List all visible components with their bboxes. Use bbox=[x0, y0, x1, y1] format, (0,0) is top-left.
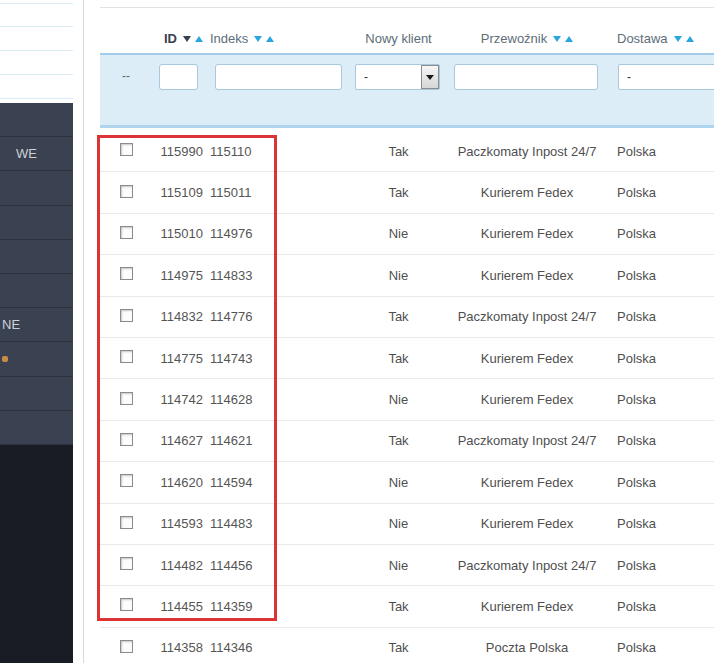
row-checkbox[interactable] bbox=[120, 474, 133, 487]
cell-id: 114975 bbox=[152, 268, 205, 283]
row-checkbox[interactable] bbox=[120, 350, 133, 363]
cell-dostawa: Polska bbox=[602, 268, 714, 283]
sort-desc-icon[interactable] bbox=[674, 36, 682, 42]
table-body: 115990 115110 Tak Paczkomaty Inpost 24/7… bbox=[100, 131, 714, 663]
table-row: 114482 114456 Nie Paczkomaty Inpost 24/7… bbox=[100, 545, 714, 586]
sidebar-menu-item[interactable] bbox=[0, 377, 73, 411]
table-row: 114775 114743 Tak Kurierem Fedex Polska bbox=[100, 338, 714, 379]
cell-nowy-klient: Tak bbox=[345, 351, 452, 366]
table-row: 114975 114833 Nie Kurierem Fedex Polska bbox=[100, 255, 714, 296]
cell-dostawa: Polska bbox=[602, 226, 714, 241]
cell-nowy-klient: Nie bbox=[345, 558, 452, 573]
table-row: 115109 115011 Tak Kurierem Fedex Polska bbox=[100, 172, 714, 213]
select-dropdown-button[interactable] bbox=[421, 65, 439, 89]
sidebar-menu-item[interactable] bbox=[0, 274, 73, 308]
checkbox-cell bbox=[100, 640, 152, 656]
checkbox-cell bbox=[100, 392, 152, 408]
sort-asc-icon[interactable] bbox=[686, 36, 694, 42]
sidebar-menu-item[interactable] bbox=[0, 342, 73, 376]
filter-id-cell bbox=[152, 55, 205, 125]
row-checkbox[interactable] bbox=[120, 185, 133, 198]
sidebar-menu-item[interactable]: NE bbox=[0, 308, 73, 342]
table-row: 114593 114483 Nie Kurierem Fedex Polska bbox=[100, 504, 714, 545]
cell-indeks: 114594 bbox=[205, 475, 345, 490]
cell-dostawa: Polska bbox=[602, 392, 714, 407]
sort-desc-icon[interactable] bbox=[254, 36, 262, 42]
submenu-item[interactable] bbox=[0, 51, 73, 75]
cell-indeks: 114456 bbox=[205, 558, 345, 573]
cell-nowy-klient: Tak bbox=[345, 185, 452, 200]
table-row: 114627 114621 Tak Paczkomaty Inpost 24/7… bbox=[100, 421, 714, 462]
header-indeks[interactable]: Indeks bbox=[205, 31, 345, 46]
cell-przewoznik: Kurierem Fedex bbox=[452, 392, 602, 407]
sort-desc-icon[interactable] bbox=[183, 36, 191, 42]
row-checkbox[interactable] bbox=[120, 598, 133, 611]
header-indeks-label[interactable]: Indeks bbox=[210, 31, 248, 46]
cell-dostawa: Polska bbox=[602, 309, 714, 324]
accent-mark-icon bbox=[2, 356, 8, 362]
cell-id: 114832 bbox=[152, 309, 205, 324]
row-checkbox[interactable] bbox=[120, 557, 133, 570]
row-checkbox[interactable] bbox=[120, 433, 133, 446]
submenu-item[interactable] bbox=[0, 75, 73, 99]
cell-dostawa: Polska bbox=[602, 640, 714, 655]
cell-indeks: 114359 bbox=[205, 599, 345, 614]
cell-id: 114482 bbox=[152, 558, 205, 573]
cell-przewoznik: Kurierem Fedex bbox=[452, 351, 602, 366]
checkbox-cell bbox=[100, 309, 152, 325]
cell-przewoznik: Kurierem Fedex bbox=[452, 516, 602, 531]
cell-nowy-klient: Nie bbox=[345, 392, 452, 407]
header-przewoznik-label[interactable]: Przewoźnik bbox=[481, 31, 547, 46]
filter-indeks-input[interactable] bbox=[215, 64, 342, 90]
sort-asc-icon[interactable] bbox=[266, 36, 274, 42]
sidebar-menu-item[interactable] bbox=[0, 206, 73, 240]
row-checkbox[interactable] bbox=[120, 392, 133, 405]
row-checkbox[interactable] bbox=[120, 267, 133, 280]
checkbox-cell bbox=[100, 267, 152, 283]
header-dostawa[interactable]: Dostawa bbox=[602, 31, 714, 46]
sort-asc-icon[interactable] bbox=[195, 36, 203, 42]
row-checkbox[interactable] bbox=[120, 640, 133, 653]
row-checkbox[interactable] bbox=[120, 516, 133, 529]
cell-dostawa: Polska bbox=[602, 351, 714, 366]
submenu-item[interactable] bbox=[0, 27, 73, 51]
filter-dostawa-select[interactable]: - bbox=[618, 64, 714, 90]
cell-indeks: 114346 bbox=[205, 640, 345, 655]
header-id[interactable]: ID bbox=[152, 31, 205, 46]
cell-nowy-klient: Tak bbox=[345, 433, 452, 448]
row-checkbox[interactable] bbox=[120, 226, 133, 239]
select-all-cell[interactable]: -- bbox=[100, 55, 152, 125]
cell-przewoznik: Kurierem Fedex bbox=[452, 475, 602, 490]
cell-nowy-klient: Nie bbox=[345, 268, 452, 283]
cell-dostawa: Polska bbox=[602, 558, 714, 573]
cell-nowy-klient: Nie bbox=[345, 226, 452, 241]
sidebar-menu-item-label: NE bbox=[2, 317, 20, 332]
header-dostawa-label[interactable]: Dostawa bbox=[617, 31, 668, 46]
cell-id: 115109 bbox=[152, 185, 205, 200]
sidebar-menu-item[interactable]: WE bbox=[0, 137, 73, 171]
cell-nowy-klient: Tak bbox=[345, 309, 452, 324]
row-checkbox[interactable] bbox=[120, 309, 133, 322]
filter-id-input[interactable] bbox=[159, 64, 198, 90]
header-przewoznik[interactable]: Przewoźnik bbox=[452, 31, 602, 46]
cell-przewoznik: Kurierem Fedex bbox=[452, 268, 602, 283]
cell-indeks: 114628 bbox=[205, 392, 345, 407]
filter-przewoznik-cell bbox=[452, 55, 602, 125]
filter-nowy-klient-select[interactable]: - bbox=[355, 64, 440, 90]
header-id-label[interactable]: ID bbox=[164, 31, 177, 46]
table-row: 115010 114976 Nie Kurierem Fedex Polska bbox=[100, 214, 714, 255]
orders-table: ID Indeks Nowy klient Przewoźnik Dostawa bbox=[100, 0, 714, 663]
cell-indeks: 114621 bbox=[205, 433, 345, 448]
sidebar-menu-item[interactable] bbox=[0, 411, 73, 445]
sort-desc-icon[interactable] bbox=[553, 36, 561, 42]
sidebar-menu-item[interactable] bbox=[0, 240, 73, 274]
filter-przewoznik-input[interactable] bbox=[454, 64, 598, 90]
filter-row: -- - - bbox=[100, 53, 714, 128]
vertical-divider bbox=[83, 0, 84, 663]
row-checkbox[interactable] bbox=[120, 143, 133, 156]
sort-asc-icon[interactable] bbox=[565, 36, 573, 42]
cell-nowy-klient: Tak bbox=[345, 640, 452, 655]
sidebar-menu-item[interactable] bbox=[0, 171, 73, 205]
sidebar-menu-item[interactable] bbox=[0, 103, 73, 137]
submenu-item[interactable] bbox=[0, 3, 73, 27]
